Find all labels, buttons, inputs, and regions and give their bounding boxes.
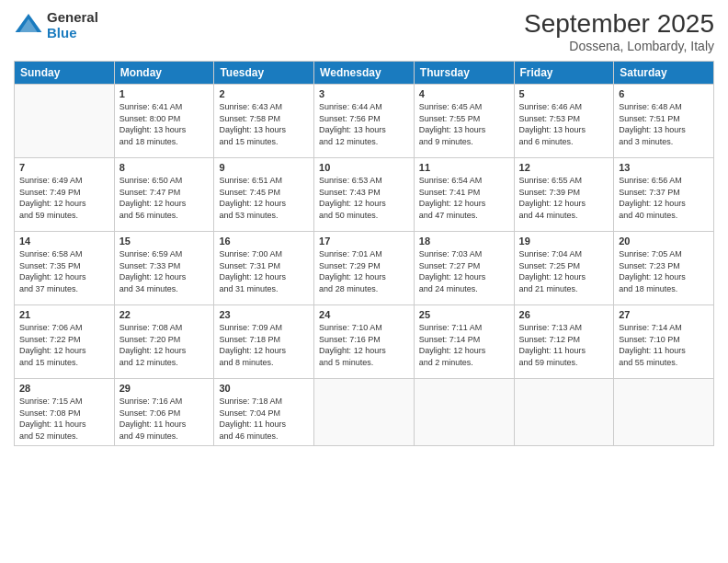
day-number: 16	[219, 236, 309, 247]
day-info: Sunrise: 6:58 AM Sunset: 7:35 PM Dayligh…	[19, 248, 109, 294]
calendar-week-row: 7Sunrise: 6:49 AM Sunset: 7:49 PM Daylig…	[15, 158, 714, 232]
day-info: Sunrise: 7:13 AM Sunset: 7:12 PM Dayligh…	[519, 322, 609, 368]
calendar-cell: 17Sunrise: 7:01 AM Sunset: 7:29 PM Dayli…	[314, 232, 415, 305]
day-number: 15	[119, 236, 210, 247]
calendar-cell: 25Sunrise: 7:11 AM Sunset: 7:14 PM Dayli…	[414, 305, 514, 379]
day-number: 7	[19, 162, 109, 173]
day-info: Sunrise: 6:46 AM Sunset: 7:53 PM Dayligh…	[519, 101, 609, 147]
day-number: 10	[319, 162, 409, 173]
day-info: Sunrise: 6:44 AM Sunset: 7:56 PM Dayligh…	[319, 101, 409, 147]
day-number: 8	[119, 162, 210, 173]
calendar-cell: 30Sunrise: 7:18 AM Sunset: 7:04 PM Dayli…	[214, 379, 314, 446]
calendar: SundayMondayTuesdayWednesdayThursdayFrid…	[14, 61, 714, 446]
weekday-header: Saturday	[614, 62, 714, 85]
calendar-cell: 16Sunrise: 7:00 AM Sunset: 7:31 PM Dayli…	[214, 232, 314, 305]
calendar-week-row: 1Sunrise: 6:41 AM Sunset: 8:00 PM Daylig…	[15, 85, 714, 158]
day-info: Sunrise: 6:54 AM Sunset: 7:41 PM Dayligh…	[419, 175, 509, 221]
day-info: Sunrise: 6:56 AM Sunset: 7:37 PM Dayligh…	[619, 175, 709, 221]
day-info: Sunrise: 7:11 AM Sunset: 7:14 PM Dayligh…	[419, 322, 509, 368]
calendar-cell	[314, 379, 415, 446]
calendar-cell: 22Sunrise: 7:08 AM Sunset: 7:20 PM Dayli…	[114, 305, 214, 379]
day-number: 24	[319, 309, 409, 320]
day-info: Sunrise: 6:59 AM Sunset: 7:33 PM Dayligh…	[119, 248, 210, 294]
day-info: Sunrise: 7:09 AM Sunset: 7:18 PM Dayligh…	[219, 322, 309, 368]
calendar-cell: 1Sunrise: 6:41 AM Sunset: 8:00 PM Daylig…	[114, 85, 214, 158]
day-number: 21	[19, 309, 109, 320]
location: Dossena, Lombardy, Italy	[524, 39, 714, 53]
logo-text: General Blue	[47, 9, 98, 40]
day-info: Sunrise: 6:43 AM Sunset: 7:58 PM Dayligh…	[219, 101, 309, 147]
day-info: Sunrise: 6:48 AM Sunset: 7:51 PM Dayligh…	[619, 101, 709, 147]
day-info: Sunrise: 6:51 AM Sunset: 7:45 PM Dayligh…	[219, 175, 309, 221]
day-number: 17	[319, 236, 409, 247]
weekday-header-row: SundayMondayTuesdayWednesdayThursdayFrid…	[15, 62, 714, 85]
day-info: Sunrise: 6:50 AM Sunset: 7:47 PM Dayligh…	[119, 175, 210, 221]
day-number: 27	[619, 309, 709, 320]
day-info: Sunrise: 6:55 AM Sunset: 7:39 PM Dayligh…	[519, 175, 609, 221]
calendar-cell: 24Sunrise: 7:10 AM Sunset: 7:16 PM Dayli…	[314, 305, 415, 379]
weekday-header: Friday	[514, 62, 614, 85]
day-number: 14	[19, 236, 109, 247]
day-number: 19	[519, 236, 609, 247]
day-info: Sunrise: 6:49 AM Sunset: 7:49 PM Dayligh…	[19, 175, 109, 221]
calendar-cell: 6Sunrise: 6:48 AM Sunset: 7:51 PM Daylig…	[614, 85, 714, 158]
day-info: Sunrise: 7:16 AM Sunset: 7:06 PM Dayligh…	[119, 396, 210, 442]
day-number: 1	[119, 88, 210, 99]
calendar-cell: 5Sunrise: 6:46 AM Sunset: 7:53 PM Daylig…	[514, 85, 614, 158]
day-info: Sunrise: 7:14 AM Sunset: 7:10 PM Dayligh…	[619, 322, 709, 368]
day-number: 3	[319, 88, 409, 99]
title-block: September 2025 Dossena, Lombardy, Italy	[524, 9, 714, 53]
calendar-cell: 2Sunrise: 6:43 AM Sunset: 7:58 PM Daylig…	[214, 85, 314, 158]
day-info: Sunrise: 6:41 AM Sunset: 8:00 PM Dayligh…	[119, 101, 210, 147]
page: General Blue September 2025 Dossena, Lom…	[0, 0, 728, 563]
calendar-week-row: 14Sunrise: 6:58 AM Sunset: 7:35 PM Dayli…	[15, 232, 714, 305]
calendar-cell	[514, 379, 614, 446]
calendar-cell	[614, 379, 714, 446]
day-number: 11	[419, 162, 509, 173]
day-info: Sunrise: 6:53 AM Sunset: 7:43 PM Dayligh…	[319, 175, 409, 221]
day-info: Sunrise: 7:04 AM Sunset: 7:25 PM Dayligh…	[519, 248, 609, 294]
day-number: 9	[219, 162, 309, 173]
day-info: Sunrise: 7:06 AM Sunset: 7:22 PM Dayligh…	[19, 322, 109, 368]
calendar-cell: 14Sunrise: 6:58 AM Sunset: 7:35 PM Dayli…	[15, 232, 115, 305]
day-info: Sunrise: 7:05 AM Sunset: 7:23 PM Dayligh…	[619, 248, 709, 294]
calendar-cell	[15, 85, 115, 158]
day-number: 30	[219, 383, 309, 394]
weekday-header: Thursday	[414, 62, 514, 85]
calendar-cell: 29Sunrise: 7:16 AM Sunset: 7:06 PM Dayli…	[114, 379, 214, 446]
logo-icon	[14, 10, 43, 40]
day-info: Sunrise: 7:18 AM Sunset: 7:04 PM Dayligh…	[219, 396, 309, 442]
day-number: 25	[419, 309, 509, 320]
calendar-cell: 18Sunrise: 7:03 AM Sunset: 7:27 PM Dayli…	[414, 232, 514, 305]
calendar-cell: 12Sunrise: 6:55 AM Sunset: 7:39 PM Dayli…	[514, 158, 614, 232]
calendar-cell: 10Sunrise: 6:53 AM Sunset: 7:43 PM Dayli…	[314, 158, 415, 232]
logo: General Blue	[14, 9, 98, 40]
calendar-cell: 11Sunrise: 6:54 AM Sunset: 7:41 PM Dayli…	[414, 158, 514, 232]
day-number: 13	[619, 162, 709, 173]
calendar-cell: 28Sunrise: 7:15 AM Sunset: 7:08 PM Dayli…	[15, 379, 115, 446]
day-number: 20	[619, 236, 709, 247]
calendar-cell: 23Sunrise: 7:09 AM Sunset: 7:18 PM Dayli…	[214, 305, 314, 379]
day-info: Sunrise: 7:10 AM Sunset: 7:16 PM Dayligh…	[319, 322, 409, 368]
day-info: Sunrise: 7:08 AM Sunset: 7:20 PM Dayligh…	[119, 322, 210, 368]
day-number: 12	[519, 162, 609, 173]
calendar-cell: 26Sunrise: 7:13 AM Sunset: 7:12 PM Dayli…	[514, 305, 614, 379]
day-number: 23	[219, 309, 309, 320]
day-number: 18	[419, 236, 509, 247]
day-info: Sunrise: 7:01 AM Sunset: 7:29 PM Dayligh…	[319, 248, 409, 294]
weekday-header: Monday	[114, 62, 214, 85]
weekday-header: Tuesday	[214, 62, 314, 85]
weekday-header: Wednesday	[314, 62, 415, 85]
calendar-cell: 20Sunrise: 7:05 AM Sunset: 7:23 PM Dayli…	[614, 232, 714, 305]
day-info: Sunrise: 7:03 AM Sunset: 7:27 PM Dayligh…	[419, 248, 509, 294]
calendar-week-row: 28Sunrise: 7:15 AM Sunset: 7:08 PM Dayli…	[15, 379, 714, 446]
calendar-cell: 21Sunrise: 7:06 AM Sunset: 7:22 PM Dayli…	[15, 305, 115, 379]
day-info: Sunrise: 7:00 AM Sunset: 7:31 PM Dayligh…	[219, 248, 309, 294]
day-number: 26	[519, 309, 609, 320]
calendar-cell: 13Sunrise: 6:56 AM Sunset: 7:37 PM Dayli…	[614, 158, 714, 232]
calendar-cell	[414, 379, 514, 446]
calendar-cell: 19Sunrise: 7:04 AM Sunset: 7:25 PM Dayli…	[514, 232, 614, 305]
calendar-cell: 9Sunrise: 6:51 AM Sunset: 7:45 PM Daylig…	[214, 158, 314, 232]
calendar-cell: 3Sunrise: 6:44 AM Sunset: 7:56 PM Daylig…	[314, 85, 415, 158]
calendar-cell: 8Sunrise: 6:50 AM Sunset: 7:47 PM Daylig…	[114, 158, 214, 232]
